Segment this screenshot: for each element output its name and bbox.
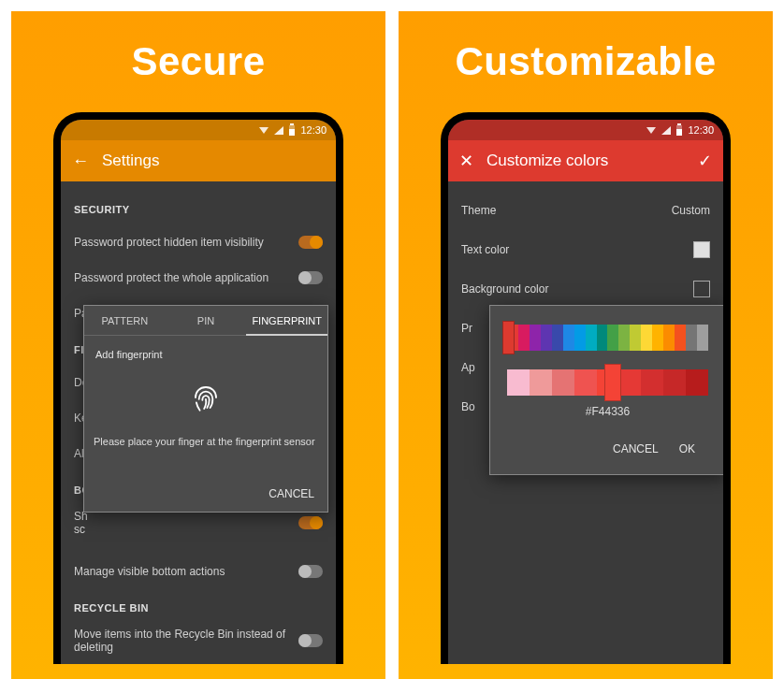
hue-segment[interactable] — [686, 325, 697, 351]
setting-label: Password protect hidden item visibility — [74, 236, 298, 249]
hue-segment[interactable] — [574, 325, 586, 351]
theme-row[interactable]: Theme Custom — [461, 191, 710, 230]
fingerprint-icon — [185, 377, 226, 418]
dialog-prompt: Please place your finger at the fingerpr… — [94, 435, 318, 448]
shade-segment[interactable] — [686, 369, 708, 396]
section-security: SECURITY — [74, 204, 323, 215]
setting-label: Password protect the whole application — [74, 271, 298, 284]
signal-icon — [661, 126, 671, 135]
hue-segment[interactable] — [607, 325, 618, 351]
setting-label: Move items into the Recycle Bin instead … — [74, 628, 298, 655]
statusbar: 12:30 — [61, 120, 336, 140]
hue-thumb[interactable] — [502, 321, 515, 354]
section-recycle: RECYCLE BIN — [74, 602, 323, 614]
hue-slider[interactable] — [507, 325, 708, 351]
signal-icon — [274, 126, 283, 135]
hue-segment[interactable] — [652, 325, 663, 351]
promo-title: Secure — [131, 39, 265, 84]
toggle[interactable] — [298, 565, 323, 578]
back-icon[interactable]: ← — [72, 152, 89, 171]
promo-customizable: Customizable 12:30 ✕ Customize colors ✓ … — [399, 11, 773, 679]
statusbar: 12:30 — [448, 120, 723, 140]
close-icon[interactable]: ✕ — [459, 151, 473, 171]
option-label: Background color — [461, 282, 693, 296]
clock: 12:30 — [300, 124, 327, 136]
shade-slider[interactable] — [507, 369, 708, 396]
ok-button[interactable]: OK — [679, 442, 695, 455]
option-row[interactable]: Text color — [461, 230, 710, 269]
toggle[interactable] — [298, 271, 323, 284]
hue-segment[interactable] — [697, 325, 708, 351]
shade-segment[interactable] — [507, 369, 530, 396]
shade-segment[interactable] — [552, 369, 574, 396]
hue-segment[interactable] — [518, 325, 530, 351]
fingerprint-dialog: PATTERN PIN FINGERPRINT Add fingerprint … — [83, 305, 328, 513]
option-row[interactable]: Background color — [461, 269, 710, 309]
hue-segment[interactable] — [618, 325, 630, 351]
cancel-button[interactable]: CANCEL — [269, 487, 314, 500]
hue-segment[interactable] — [675, 325, 686, 351]
hue-segment[interactable] — [641, 325, 652, 351]
setting-row[interactable]: Manage visible bottom actions — [74, 554, 323, 589]
hue-segment[interactable] — [663, 325, 675, 351]
hex-value: #F44336 — [507, 405, 708, 418]
setting-row[interactable]: Password protect hidden item visibility — [74, 224, 323, 260]
dialog-subtitle: Add fingerprint — [95, 349, 318, 360]
tab-pin[interactable]: PIN — [166, 306, 247, 335]
battery-icon — [289, 125, 295, 136]
phone-right: 12:30 ✕ Customize colors ✓ Theme Custom … — [441, 112, 731, 664]
toggle[interactable] — [298, 236, 323, 249]
toggle[interactable] — [298, 634, 323, 647]
shade-segment[interactable] — [574, 369, 597, 396]
option-label: Text color — [461, 243, 693, 256]
promo-title: Customizable — [455, 39, 716, 84]
appbar: ✕ Customize colors ✓ — [448, 140, 723, 181]
hue-segment[interactable] — [586, 325, 597, 351]
hue-segment[interactable] — [530, 325, 541, 351]
shade-segment[interactable] — [530, 369, 552, 396]
shade-thumb[interactable] — [604, 364, 621, 401]
appbar-title: Customize colors — [486, 152, 608, 170]
phone-left: 12:30 ← Settings SECURITY Password prote… — [53, 112, 343, 664]
color-swatch[interactable] — [693, 241, 710, 258]
battery-icon — [676, 125, 682, 136]
toggle[interactable] — [298, 516, 323, 529]
theme-label: Theme — [461, 204, 672, 217]
shade-segment[interactable] — [641, 369, 663, 396]
shade-segment[interactable] — [618, 369, 641, 396]
hue-segment[interactable] — [552, 325, 563, 351]
setting-row[interactable]: Password protect the whole application — [74, 260, 323, 296]
hue-segment[interactable] — [563, 325, 574, 351]
hue-segment[interactable] — [541, 325, 552, 351]
appbar-title: Settings — [102, 152, 159, 170]
setting-row[interactable]: Move items into the Recycle Bin instead … — [74, 623, 323, 658]
shade-segment[interactable] — [663, 369, 686, 396]
tab-pattern[interactable]: PATTERN — [84, 306, 166, 335]
color-swatch[interactable] — [693, 281, 710, 297]
dropdown-icon — [646, 127, 656, 134]
setting-label: Manage visible bottom actions — [74, 565, 298, 578]
confirm-icon[interactable]: ✓ — [698, 151, 712, 171]
hue-segment[interactable] — [630, 325, 641, 351]
auth-tabs: PATTERN PIN FINGERPRINT — [84, 306, 327, 336]
theme-value: Custom — [672, 204, 710, 217]
dropdown-icon — [259, 127, 269, 134]
promo-secure: Secure 12:30 ← Settings SECURITY Passwor… — [11, 11, 385, 679]
hue-segment[interactable] — [597, 325, 608, 351]
tab-fingerprint[interactable]: FINGERPRINT — [246, 306, 327, 335]
cancel-button[interactable]: CANCEL — [613, 442, 659, 455]
appbar: ← Settings — [61, 140, 336, 181]
clock: 12:30 — [688, 124, 714, 136]
setting-label: Sh sc — [74, 510, 298, 537]
color-picker-dialog: #F44336 CANCEL OK — [489, 305, 726, 475]
